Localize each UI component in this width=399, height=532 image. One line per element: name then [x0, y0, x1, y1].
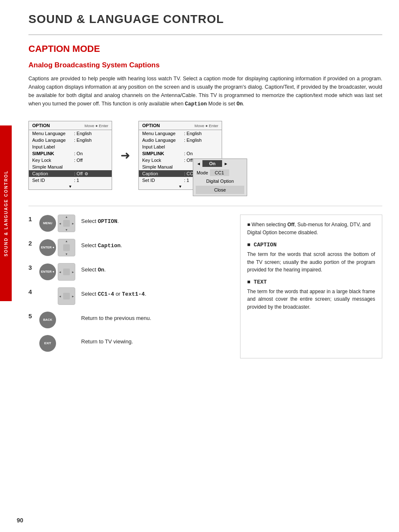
menu-row: Key Lock : Off [29, 157, 112, 164]
notes-panel: ■ When selecting Off, Sub-menus for Anal… [240, 215, 382, 358]
step-5-buttons: BACK [39, 312, 77, 328]
menu-button[interactable]: MENU [39, 215, 56, 232]
gear-icon: ⚙ [84, 171, 88, 176]
nav-dpad-2: ▲ ▼ [58, 239, 75, 256]
menu-row: Audio Language : English [29, 137, 112, 143]
steps-left: 1 MENU ▲ ▼ ◄ ► Select OPTION. 2 [28, 215, 228, 358]
menu-title-left: OPTION [32, 123, 50, 128]
nav-dpad-3: ◄ ► [58, 263, 75, 281]
note-text-body: The term for the words that appear in a … [247, 288, 375, 311]
steps-area: 1 MENU ▲ ▼ ◄ ► Select OPTION. 2 [28, 215, 382, 358]
menu-move-enter-right: Move ● Enter [194, 123, 218, 128]
tri-right-icon: ► [224, 161, 228, 166]
overlay-close-button[interactable]: Close [196, 186, 244, 194]
step-2: 2 ENTER ● ▲ ▼ Select Caption. [28, 239, 228, 256]
menu-box-right-container: OPTION Move ● Enter Menu Language : Engl… [138, 121, 222, 190]
nav-dpad-1: ▲ ▼ ◄ ► [58, 215, 75, 232]
enter-button-3[interactable]: ENTER ● [39, 263, 56, 280]
step-4: 4 ◄ ► Select CC1-4 or Text1-4. [28, 287, 228, 305]
step-2-text: Select Caption. [81, 239, 122, 249]
menu-row-caption-left: Caption : Off ⚙ [29, 170, 112, 177]
step-1-text: Select OPTION. [81, 215, 119, 225]
menu-row: Menu Language : English [139, 130, 222, 137]
section-title: CAPTION MODE [28, 43, 382, 54]
step-3: 3 ENTER ● ◄ ► Select On. [28, 263, 228, 281]
step-1-buttons: MENU ▲ ▼ ◄ ► [39, 215, 77, 232]
step-4-text: Select CC1-4 or Text1-4. [81, 287, 146, 297]
menu-row: Audio Language : English [139, 137, 222, 143]
menu-row: Simple Manual [29, 164, 112, 170]
menu-row: Input Label [139, 143, 222, 150]
note-text-title: ■ TEXT [247, 278, 375, 287]
note-text: ■ TEXT The term for the words that appea… [247, 278, 375, 311]
enter-button-2[interactable]: ENTER ● [39, 239, 56, 256]
diagram-area: OPTION Move ● Enter Menu Language : Engl… [28, 117, 382, 194]
overlay-digital-option: Digital Option [193, 177, 247, 185]
menu-row: Set ID : 1 [29, 177, 112, 184]
step-number-4: 4 [28, 288, 35, 295]
step-1: 1 MENU ▲ ▼ ◄ ► Select OPTION. [28, 215, 228, 232]
note-caption-title: ■ CAPTION [247, 241, 375, 250]
menu-row: Input Label [29, 143, 112, 150]
note-caption-text: The term for the words that scroll acros… [247, 251, 375, 274]
step-2-buttons: ENTER ● ▲ ▼ [39, 239, 77, 256]
step-exit-buttons: EXIT [39, 335, 77, 352]
body-text: Captions are provided to help people wit… [28, 74, 382, 108]
step-number-3: 3 [28, 264, 35, 271]
step-4-buttons: ◄ ► [39, 287, 77, 305]
caption-overlay: ◄ On ► Mode CC1 Digital Option Close [193, 159, 247, 196]
step-exit-text: Return to TV viewing. [81, 335, 133, 345]
menu-title-right: OPTION [142, 123, 160, 128]
subsection-title: Analog Broadcasting System Captions [28, 61, 382, 69]
side-label: SOUND & LANGUAGE CONTROL [0, 125, 12, 301]
note-caption: ■ CAPTION The term for the words that sc… [247, 241, 375, 274]
section-divider [28, 206, 382, 206]
step-number-1: 1 [28, 215, 35, 223]
page-number: 90 [17, 517, 23, 524]
overlay-on-row: ◄ On ► [193, 159, 247, 168]
step-3-text: Select On. [81, 263, 106, 273]
diagram-arrow: ➜ [120, 148, 130, 162]
overlay-on-value: On [202, 160, 222, 167]
step-5: 5 BACK Return to the previous menu. [28, 312, 228, 328]
overlay-mode-row: Mode CC1 [193, 168, 247, 177]
tri-left-icon: ◄ [197, 161, 201, 166]
note-1: ■ When selecting Off, Sub-menus for Anal… [247, 221, 375, 237]
nav-dpad-4: ◄ ► [58, 287, 75, 305]
overlay-cc1-value: CC1 [210, 169, 229, 176]
menu-move-enter-left: Move ● Enter [84, 123, 108, 128]
page-title: SOUND & LANGUAGE CONTROL [28, 13, 382, 26]
step-number-2: 2 [28, 240, 35, 247]
menu-row: SIMPLINK : On [29, 150, 112, 157]
menu-row: SIMPLINK : On [139, 150, 222, 157]
menu-row: Menu Language : English [29, 130, 112, 137]
step-3-buttons: ENTER ● ◄ ► [39, 263, 77, 281]
scroll-arrow-left: ▼ [29, 184, 112, 189]
menu-header-right: OPTION Move ● Enter [139, 121, 222, 130]
menu-box-left: OPTION Move ● Enter Menu Language : Engl… [28, 121, 112, 190]
back-button[interactable]: BACK [39, 312, 56, 328]
overlay-mode-label: Mode [197, 170, 208, 175]
exit-button[interactable]: EXIT [39, 335, 56, 352]
step-5-text: Return to the previous menu. [81, 312, 151, 321]
menu-header-left: OPTION Move ● Enter [29, 121, 112, 130]
step-exit: 0 EXIT Return to TV viewing. [28, 335, 228, 352]
step-number-5: 5 [28, 312, 35, 320]
